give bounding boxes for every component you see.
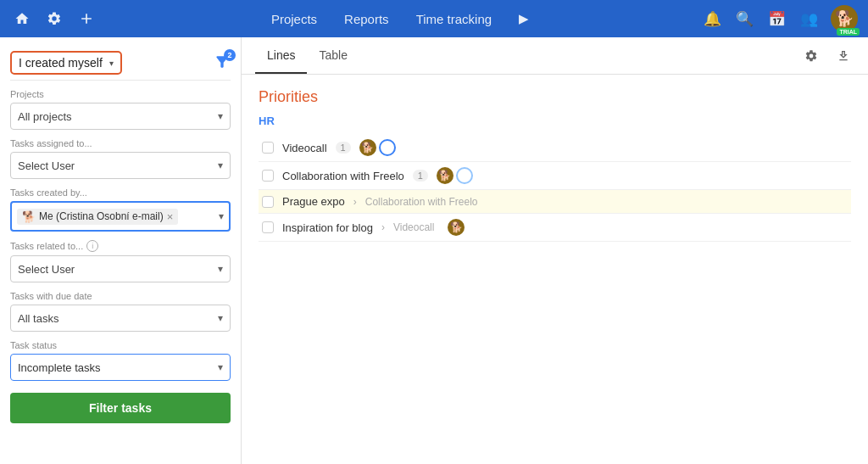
task-list: Videocall 1 🐕 Collaboration with Freelo … xyxy=(259,134,851,242)
task-item[interactable]: Videocall 1 🐕 xyxy=(259,134,851,162)
tasks-assigned-label: Tasks assigned to... xyxy=(10,138,231,148)
group-label-hr: HR xyxy=(259,115,851,127)
due-date-select-wrap: All tasks xyxy=(10,305,231,332)
info-icon[interactable]: i xyxy=(86,240,98,252)
projects-field-group: Projects All projects xyxy=(10,89,231,130)
people-icon[interactable]: 👥 xyxy=(798,8,819,29)
view-selector-button[interactable]: I created myself ▾ xyxy=(10,51,122,75)
chevron-down-icon: ▾ xyxy=(109,59,114,68)
nav-reports[interactable]: Reports xyxy=(344,12,389,26)
projects-label: Projects xyxy=(10,89,231,99)
search-icon[interactable]: 🔍 xyxy=(734,8,754,29)
tasks-related-field-group: Tasks related to... i Select User xyxy=(10,240,231,282)
home-icon[interactable] xyxy=(10,7,34,31)
task-checkbox[interactable] xyxy=(262,170,274,182)
content-header-right xyxy=(800,45,854,67)
calendar-icon[interactable]: 📅 xyxy=(766,8,787,29)
settings-view-icon[interactable] xyxy=(800,45,822,67)
tag-remove-button[interactable]: × xyxy=(167,211,174,222)
task-item[interactable]: Inspiration for blog › Videocall 🐕 xyxy=(259,214,851,242)
section-title: Priorities xyxy=(259,88,851,106)
nav-time-tracking[interactable]: Time tracking xyxy=(416,12,492,26)
tasks-assigned-field-group: Tasks assigned to... Select User xyxy=(10,138,231,179)
task-item[interactable]: Collaboration with Freelo 1 🐕 xyxy=(259,162,851,190)
task-checkbox[interactable] xyxy=(262,196,274,208)
task-name: Collaboration with Freelo xyxy=(282,170,404,182)
tasks-related-label: Tasks related to... i xyxy=(10,240,231,252)
bell-icon[interactable]: 🔔 xyxy=(702,8,722,29)
task-avatars: 🐕 xyxy=(437,167,473,184)
tasks-assigned-select-wrap: Select User xyxy=(10,152,231,179)
task-count: 1 xyxy=(336,142,351,154)
task-parent-sep: › xyxy=(381,221,385,233)
tasks-created-tags-field[interactable]: 🐕 Me (Cristina Osobní e-mail) × ▾ xyxy=(10,201,231,232)
task-avatar-open-circle xyxy=(456,167,473,184)
task-count: 1 xyxy=(413,170,428,182)
projects-select-wrap: All projects xyxy=(10,103,231,130)
task-parent-name: Videocall xyxy=(393,221,434,233)
task-avatar-circle xyxy=(379,139,396,156)
tasks-created-label: Tasks created by... xyxy=(10,187,231,198)
tab-group: Lines Table xyxy=(255,38,800,73)
task-name: Prague expo xyxy=(282,195,345,208)
task-item-highlighted[interactable]: Prague expo › Collaboration with Freelo xyxy=(259,190,851,214)
task-avatar-dog: 🐕 xyxy=(437,167,453,184)
content-header: Lines Table xyxy=(242,37,868,75)
task-checkbox[interactable] xyxy=(262,142,274,154)
task-avatar-dog: 🐕 xyxy=(448,219,465,236)
tag-avatar-icon: 🐕 xyxy=(22,210,36,223)
tab-table[interactable]: Table xyxy=(307,38,359,74)
tab-lines[interactable]: Lines xyxy=(255,38,307,74)
due-date-field-group: Tasks with due date All tasks xyxy=(10,291,231,332)
sidebar: I created myself ▾ 2 Projects All projec… xyxy=(0,37,242,464)
settings-icon[interactable] xyxy=(42,7,66,31)
due-date-select[interactable]: All tasks xyxy=(10,305,231,332)
tasks-related-select[interactable]: Select User xyxy=(10,255,231,282)
task-parent-name: Collaboration with Freelo xyxy=(365,196,478,208)
task-name: Videocall xyxy=(282,142,327,154)
export-icon[interactable] xyxy=(832,45,854,67)
task-name: Inspiration for blog xyxy=(282,221,373,234)
add-icon[interactable] xyxy=(75,7,98,31)
task-status-field-group: Task status Incomplete tasks xyxy=(10,340,231,381)
task-avatars: 🐕 xyxy=(359,139,396,156)
main-content: Lines Table Priorities HR Videocall xyxy=(242,37,868,464)
tasks-related-select-wrap: Select User xyxy=(10,255,231,282)
projects-select[interactable]: All projects xyxy=(10,103,231,130)
filter-count-badge: 2 xyxy=(224,49,236,61)
task-checkbox[interactable] xyxy=(262,221,274,233)
top-navigation: Projects Reports Time tracking ▶ 🔔 🔍 📅 👥… xyxy=(0,0,868,37)
tasks-created-field-group: Tasks created by... 🐕 Me (Cristina Osobn… xyxy=(10,187,231,232)
nav-projects[interactable]: Projects xyxy=(271,12,317,26)
tag-label: Me (Cristina Osobní e-mail) xyxy=(39,210,164,222)
tasks-created-tag: 🐕 Me (Cristina Osobní e-mail) × xyxy=(17,209,178,225)
filter-badge[interactable]: 2 xyxy=(214,53,231,73)
due-date-label: Tasks with due date xyxy=(10,291,231,301)
nav-right: 🔔 🔍 📅 👥 🐕 TRIAL xyxy=(702,5,858,32)
task-status-select-wrap: Incomplete tasks xyxy=(10,354,231,381)
view-selector-label: I created myself xyxy=(19,56,103,70)
task-avatar-dog: 🐕 xyxy=(359,139,376,156)
sidebar-header: I created myself ▾ 2 xyxy=(10,44,231,81)
tags-chevron-icon: ▾ xyxy=(219,210,224,222)
task-avatars: 🐕 xyxy=(448,219,465,236)
nav-center: Projects Reports Time tracking ▶ xyxy=(98,11,702,26)
tasks-assigned-select[interactable]: Select User xyxy=(10,152,231,179)
nav-play[interactable]: ▶ xyxy=(519,11,529,26)
task-parent-sep: › xyxy=(353,196,357,208)
main-container: I created myself ▾ 2 Projects All projec… xyxy=(0,37,868,464)
filter-tasks-button[interactable]: Filter tasks xyxy=(10,393,231,423)
user-avatar[interactable]: 🐕 TRIAL xyxy=(831,5,858,32)
content-body: Priorities HR Videocall 1 🐕 Collaborat xyxy=(242,75,868,464)
task-status-select[interactable]: Incomplete tasks xyxy=(10,354,231,381)
filter-icon-wrap: 2 xyxy=(214,53,231,73)
task-status-label: Task status xyxy=(10,340,231,350)
nav-left xyxy=(10,7,98,31)
